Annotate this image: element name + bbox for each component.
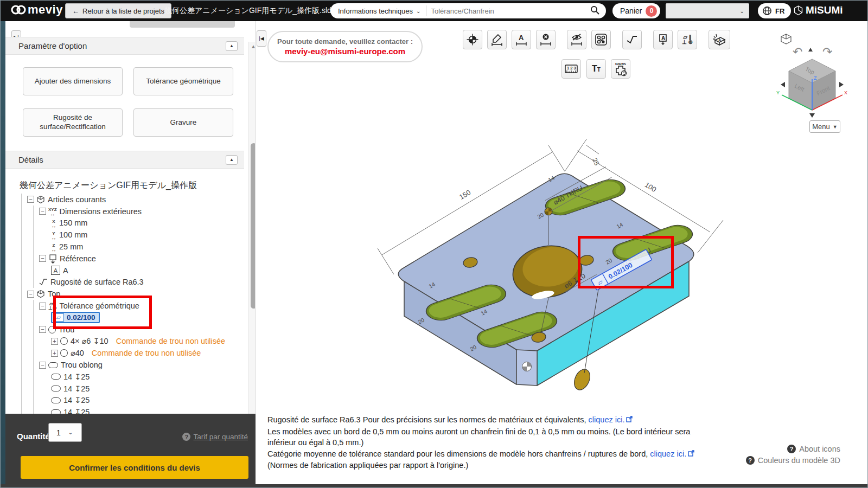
tree-item[interactable]: 14 ↧25 (5, 406, 244, 414)
svg-text:Z: Z (814, 75, 817, 81)
ruler-123-button[interactable]: 1 2 3 (561, 59, 581, 79)
tree-item[interactable]: 14 ↧25 (5, 371, 244, 383)
tree-expand-toggle[interactable]: + (51, 338, 58, 345)
question-icon: ? (787, 445, 796, 453)
cart-button[interactable]: Panier 0 (612, 3, 660, 18)
oblong-icon (51, 397, 61, 403)
delete-dimension-button[interactable] (536, 30, 556, 49)
dim-25-lines (586, 145, 599, 154)
tariff-by-quantity-link[interactable]: ? Tarif par quantité (182, 433, 248, 441)
tree-item[interactable]: −Trou oblong (5, 359, 244, 371)
add-dimensions-button[interactable]: Ajouter des dimensions (23, 67, 123, 95)
tree-item[interactable]: 14 ↧25 (5, 383, 244, 395)
cliquez-ici-link[interactable]: cliquez ici. (650, 450, 686, 458)
search-icon[interactable] (590, 5, 599, 17)
scroll-up-arrow[interactable]: ▲ (250, 43, 256, 50)
engraving-button[interactable]: Gravure (133, 108, 233, 137)
contact-banner: Pour toute demande, veuillez contacter :… (267, 31, 423, 62)
scrollbar-thumb[interactable] (251, 143, 256, 309)
tree-item-note: Commande de trou non utilisée (92, 349, 201, 357)
tree-item[interactable]: +⌀40Commande de trou non utilisée (5, 347, 244, 359)
tree-expand-toggle[interactable]: − (39, 362, 46, 369)
text-dimension-button[interactable]: A (512, 30, 531, 49)
tree-expand-toggle[interactable]: − (27, 291, 34, 298)
collapse-section-button[interactable]: ▲ (226, 41, 238, 51)
tree-item[interactable]: +4× ⌀6 ↧10Commande de trou non utilisée (5, 336, 244, 348)
contact-email-link[interactable]: meviy-eu@misumi-europe.com (285, 47, 405, 56)
meviy-logo[interactable]: meviy (9, 3, 63, 17)
datum-target-icon (467, 34, 478, 46)
question-icon: ? (746, 456, 755, 465)
view-menu-button[interactable]: Menu ▼ (809, 120, 840, 133)
confirm-quote-button[interactable]: Confirmer les conditions du devis (21, 456, 248, 479)
tree-item[interactable]: −Top (5, 288, 244, 300)
hole-d12-front (571, 367, 593, 392)
tree-item-label: 25 mm (59, 242, 83, 251)
tree-expand-toggle[interactable]: − (39, 255, 46, 262)
tree-item[interactable]: −Articles courants (5, 194, 244, 206)
hole-pattern-button[interactable] (591, 30, 611, 49)
about-icons-link[interactable]: ? About icons (722, 443, 840, 454)
note-line: (Normes de fabrication appliquées par ra… (267, 460, 701, 471)
tree-item[interactable]: −▱∥⊥⊚Tolérance géométrique (5, 300, 244, 312)
model-colors-link[interactable]: ? Couleurs du modèle 3D (722, 454, 840, 466)
scrolled-cutoff-element (130, 21, 235, 28)
tree-expand-toggle[interactable]: + (51, 350, 58, 357)
geometric-tolerance-button[interactable]: ▱ ∥⊥ ⊚ (678, 30, 697, 49)
view-cube-widget[interactable]: ↶ ↷ Top Left Front Y X Z (760, 28, 863, 120)
hide-dimension-icon (570, 33, 583, 46)
search-category-select[interactable]: Informations techniques ⌄ (330, 5, 426, 16)
svg-text:A: A (718, 37, 721, 42)
datum-target-button[interactable] (463, 30, 482, 49)
tree-expand-toggle[interactable]: − (27, 196, 34, 203)
add-dimension-button[interactable] (487, 30, 507, 49)
tree-item-label: 150 mm (59, 219, 87, 227)
tree-item[interactable]: AA (5, 265, 244, 277)
tree-item[interactable]: Y↔100 mm (5, 229, 244, 241)
secondary-select[interactable]: ⌄ (666, 3, 749, 18)
surface-roughness-button[interactable] (622, 30, 642, 49)
nav-right-arrow (839, 82, 844, 87)
text-size-button[interactable]: TT (586, 59, 606, 79)
tree-item-label: Top (48, 290, 60, 298)
text-size-icon: TT (592, 64, 601, 74)
collapse-section-button[interactable]: ▲ (226, 155, 238, 165)
tree-item[interactable]: 14 ↧25 (5, 395, 244, 407)
nav-down-arrow (809, 113, 815, 118)
tree-item[interactable]: ▱0.02/100 (5, 312, 244, 324)
tree-item[interactable]: −XYZ↔Dimensions extérieures (5, 206, 244, 217)
dim-150-label: 150 (458, 188, 472, 201)
tree-expand-toggle[interactable]: − (39, 326, 46, 333)
language-selector[interactable]: FR (758, 3, 791, 18)
tree-item[interactable]: X↔150 mm (5, 217, 244, 229)
geotol-icon: ▱∥⊥⊚ (48, 301, 56, 310)
dim-25-label: 25 (591, 157, 601, 166)
hole-icon (60, 349, 68, 357)
datum-frame-button[interactable]: A (653, 30, 673, 49)
search-input[interactable] (426, 7, 590, 15)
hide-dimension-button[interactable] (567, 30, 586, 49)
back-to-projects-button[interactable]: ← Retour à la liste de projets (65, 3, 171, 18)
tree-expand-toggle[interactable]: − (39, 208, 46, 215)
tree-item[interactable]: −Trou (5, 324, 244, 336)
svg-text:A: A (661, 35, 665, 41)
tree-item[interactable]: Z↔25 mm (5, 241, 244, 253)
svg-text:Y: Y (776, 90, 780, 95)
cliquez-ici-link[interactable]: cliquez ici. (589, 415, 625, 424)
sidebar-scrollbar[interactable]: ▲ ▼ (248, 42, 256, 414)
surface-roughness-button[interactable]: Rugosité de surface/Rectification (23, 108, 123, 137)
engraving-button[interactable]: A (709, 30, 730, 49)
tree-item-selected[interactable]: ▱0.02/100 (51, 312, 100, 323)
tree-item[interactable]: −Référence (5, 253, 244, 265)
tree-root-label[interactable]: 幾何公差アニメーションGIF用モデル_操作版 (5, 177, 244, 194)
tree-expand-toggle[interactable]: − (39, 303, 46, 310)
tree-item[interactable]: Rugosité de surface Ra6.3 (5, 277, 244, 288)
six-views-button[interactable]: 6VIEWS (611, 59, 630, 79)
left-panel: ▶| Paramètre d'option ▲ Ajouter des dime… (5, 21, 256, 414)
contact-text: Pour toute demande, veuillez contacter : (277, 37, 413, 46)
panel-collapse-toggle[interactable]: |◀ (257, 30, 266, 47)
misumi-logo[interactable]: MiSUMi (794, 4, 843, 16)
model-3d-viewport[interactable]: 150 100 25 (348, 139, 738, 421)
geometric-tolerance-button[interactable]: Tolérance géométrique (133, 67, 233, 95)
quantity-select[interactable]: 1 ⌄ (48, 423, 82, 442)
